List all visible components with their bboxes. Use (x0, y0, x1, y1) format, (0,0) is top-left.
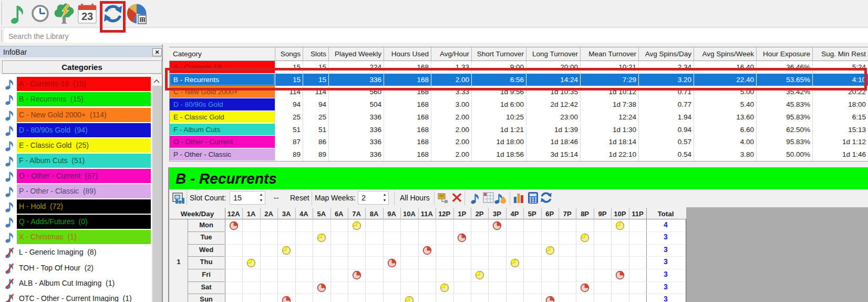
svg-text:23: 23 (81, 11, 93, 22)
